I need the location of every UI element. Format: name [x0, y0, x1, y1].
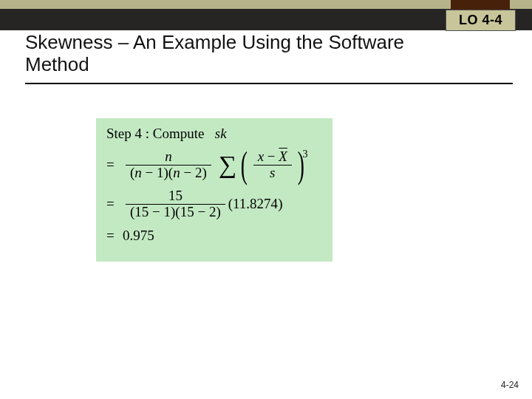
formula-result: = 0.975: [106, 228, 322, 244]
formula-general: = n (n − 1)(n − 2) ∑ ( x − X s ) 3: [106, 149, 322, 181]
sum-term: ( x − X s ) 3: [238, 149, 313, 181]
sum-x: x: [258, 149, 264, 164]
coef-fraction-plugged: 15 (15 − 1)(15 − 2): [126, 188, 225, 220]
coef-den-left: n: [134, 165, 142, 180]
lo-badge: LO 4-4: [446, 10, 516, 31]
sigma-icon: ∑: [219, 152, 236, 177]
minus2: 2: [195, 165, 202, 180]
plug-minus2: 2: [209, 204, 216, 219]
title-container: Skewness – An Example Using the Software…: [25, 32, 439, 76]
sum-xbar: X: [279, 149, 287, 164]
power-3: 3: [303, 149, 308, 160]
plug-minus1: 1: [164, 204, 171, 219]
step-var: sk: [215, 126, 227, 141]
sum-value-wrap: (11.8274): [228, 196, 283, 212]
result-value: 0.975: [123, 228, 154, 244]
decor-lo-dark: [451, 0, 510, 10]
slide-title: Skewness – An Example Using the Software…: [25, 32, 439, 76]
sum-value: 11.8274: [233, 196, 278, 211]
plug-den-left: 15: [134, 204, 149, 219]
coef-fraction-general: n (n − 1)(n − 2): [126, 149, 211, 181]
plug-num: 15: [126, 188, 225, 204]
minus1: 1: [157, 165, 164, 180]
sum-fraction: x − X s: [253, 149, 292, 181]
coef-den-right: n: [173, 165, 180, 180]
page-number: 4-24: [501, 380, 519, 390]
equals-2: =: [106, 196, 123, 212]
plug-den-right: 15: [180, 204, 194, 219]
step-label: Step 4 : Compute: [106, 126, 204, 141]
formula-panel: Step 4 : Compute sk = n (n − 1)(n − 2) ∑…: [96, 118, 332, 262]
equals-3: =: [106, 228, 123, 244]
equals-1: =: [106, 157, 123, 173]
step-line: Step 4 : Compute sk: [106, 126, 322, 142]
sum-den: s: [270, 165, 275, 180]
coef-num: n: [165, 149, 172, 164]
title-underline: [25, 83, 513, 84]
left-paren-icon: (: [241, 153, 248, 177]
formula-plugged: = 15 (15 − 1)(15 − 2) (11.8274): [106, 188, 322, 220]
